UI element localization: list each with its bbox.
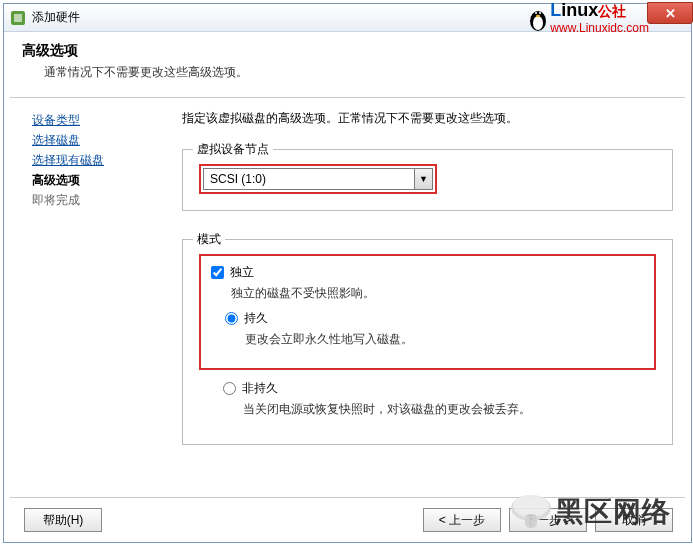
highlight-box-device: SCSI (1:0) ▼ <box>199 164 437 194</box>
persistent-row: 持久 <box>211 310 644 327</box>
titlebar: 添加硬件 ✕ <box>4 4 691 32</box>
nonpersistent-hint: 当关闭电源或恢复快照时，对该磁盘的更改会被丢弃。 <box>199 401 656 418</box>
step-advanced-options: 高级选项 <box>32 170 172 190</box>
mode-legend: 模式 <box>193 231 225 248</box>
close-button[interactable]: ✕ <box>647 2 693 24</box>
highlight-box-mode: 独立 独立的磁盘不受快照影响。 持久 更改会立即永久性地写入磁盘。 <box>199 254 656 370</box>
chevron-down-icon: ▼ <box>414 169 432 189</box>
virtual-device-node-select[interactable]: SCSI (1:0) ▼ <box>203 168 433 190</box>
page-title: 高级选项 <box>22 42 673 60</box>
nav-buttons: < 上一步 下一步 > 取消 <box>423 508 673 532</box>
independent-row: 独立 <box>211 264 644 281</box>
button-bar: 帮助(H) < 上一步 下一步 > 取消 <box>10 497 685 542</box>
nonpersistent-radio[interactable] <box>223 382 236 395</box>
independent-label: 独立 <box>230 264 254 281</box>
independent-checkbox[interactable] <box>211 266 224 279</box>
step-select-disk[interactable]: 选择磁盘 <box>32 130 172 150</box>
main-panel: 指定该虚拟磁盘的高级选项。正常情况下不需要更改这些选项。 虚拟设备节点 SCSI… <box>172 110 673 491</box>
cancel-button[interactable]: 取消 <box>595 508 673 532</box>
page-subtitle: 通常情况下不需要更改这些高级选项。 <box>22 64 673 81</box>
step-device-type[interactable]: 设备类型 <box>32 110 172 130</box>
svg-rect-1 <box>14 14 22 22</box>
independent-hint: 独立的磁盘不受快照影响。 <box>211 285 644 302</box>
nonpersistent-row: 非持久 <box>199 380 656 397</box>
persistent-hint: 更改会立即永久性地写入磁盘。 <box>211 331 644 348</box>
app-icon <box>10 10 26 26</box>
virtual-device-node-legend: 虚拟设备节点 <box>193 141 273 158</box>
help-button[interactable]: 帮助(H) <box>24 508 102 532</box>
nonpersistent-label: 非持久 <box>242 380 278 397</box>
wizard-body: 设备类型 选择磁盘 选择现有磁盘 高级选项 即将完成 指定该虚拟磁盘的高级选项。… <box>4 98 691 497</box>
step-ready-complete: 即将完成 <box>32 190 172 210</box>
instruction-text: 指定该虚拟磁盘的高级选项。正常情况下不需要更改这些选项。 <box>182 110 673 127</box>
wizard-header: 高级选项 通常情况下不需要更改这些高级选项。 <box>4 32 691 97</box>
dialog-window: 添加硬件 ✕ 高级选项 通常情况下不需要更改这些高级选项。 设备类型 选择磁盘 … <box>3 3 692 543</box>
back-button[interactable]: < 上一步 <box>423 508 501 532</box>
step-select-existing-disk[interactable]: 选择现有磁盘 <box>32 150 172 170</box>
close-icon: ✕ <box>665 6 676 21</box>
step-sidebar: 设备类型 选择磁盘 选择现有磁盘 高级选项 即将完成 <box>32 110 172 491</box>
persistent-radio[interactable] <box>225 312 238 325</box>
virtual-device-node-value: SCSI (1:0) <box>204 172 414 186</box>
virtual-device-node-group: 虚拟设备节点 SCSI (1:0) ▼ <box>182 149 673 211</box>
next-button[interactable]: 下一步 > <box>509 508 587 532</box>
persistent-label: 持久 <box>244 310 268 327</box>
titlebar-title: 添加硬件 <box>32 9 685 26</box>
mode-group: 模式 独立 独立的磁盘不受快照影响。 持久 更改会立即永久性地写入磁盘。 <box>182 239 673 445</box>
